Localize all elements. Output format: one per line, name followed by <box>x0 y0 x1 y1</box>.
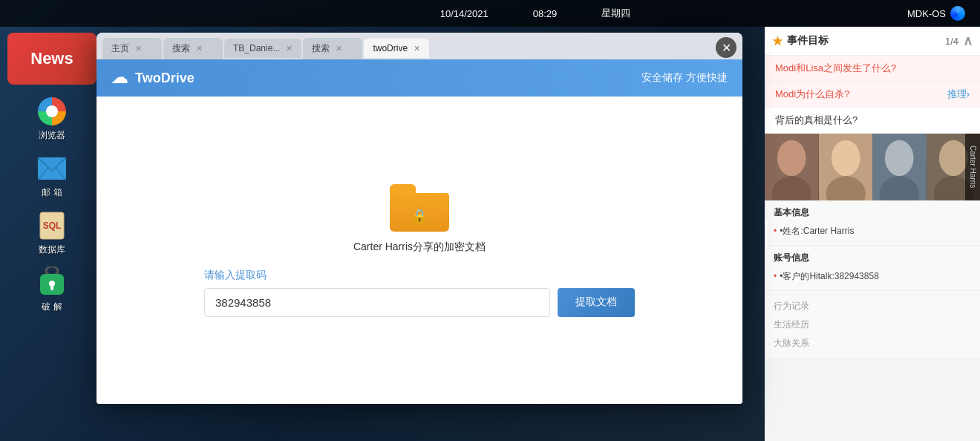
svg-point-19 <box>938 140 967 176</box>
event-count: 1/4 ∧ <box>945 33 973 49</box>
tab-home[interactable]: 主页 ✕ <box>102 38 162 59</box>
folder-container: 🔒 Carter Harris分享的加密文档 <box>353 184 486 254</box>
browser-icon <box>37 97 67 126</box>
tab-search1[interactable]: 搜索 ✕ <box>163 38 223 59</box>
folder-icon: 🔒 <box>390 184 449 232</box>
char-face-1 <box>765 134 819 200</box>
extract-code-input[interactable] <box>204 288 550 317</box>
window-close-button[interactable]: ✕ <box>716 37 736 58</box>
svg-rect-8 <box>50 284 53 290</box>
database-label: 数据库 <box>39 244 65 256</box>
folder-lock-icon: 🔒 <box>411 208 428 224</box>
news-badge[interactable]: News <box>7 33 97 85</box>
event-item-1[interactable]: Modi和Lisa之间发生了什么? <box>765 56 980 82</box>
tab-close-home[interactable]: ✕ <box>135 44 142 53</box>
folder-body: 🔒 <box>390 193 449 232</box>
right-panel: ‹ ★ 事件目标 1/4 ∧ Modi和Lisa之间发生了什么? Modi为什么… <box>765 27 980 441</box>
taskbar-day: 星期四 <box>601 7 630 20</box>
basic-info-name: •姓名:Carter Harris <box>774 223 971 239</box>
sidebar-left: News 浏览器 邮 箱 SQL <box>0 27 104 441</box>
twodrive-header: ☁ TwoDrive 安全储存 方便快捷 <box>97 59 742 97</box>
link-life[interactable]: 生活经历 <box>774 316 971 334</box>
char-label: Carter Harris <box>965 134 980 200</box>
expand-arrow[interactable]: ‹ <box>765 220 768 247</box>
svg-point-13 <box>831 140 860 176</box>
tab-close-twodrive[interactable]: ✕ <box>414 44 420 53</box>
tab-close-search1[interactable]: ✕ <box>196 44 203 53</box>
folder-name: Carter Harris分享的加密文档 <box>353 241 486 254</box>
taskbar: 10/14/2021 08:29 星期四 MDK-OS <box>0 0 980 27</box>
account-hitalk: •客户的Hitalk:382943858 <box>774 269 971 284</box>
sidebar-item-crack[interactable]: 破 解 <box>19 262 85 319</box>
tab-twodrive[interactable]: twoDrive ✕ <box>364 39 429 58</box>
desktop: 10/14/2021 08:29 星期四 MDK-OS News 浏览器 <box>0 0 980 441</box>
sidebar-item-mail[interactable]: 邮 箱 <box>19 148 85 205</box>
star-icon: ★ <box>772 34 783 48</box>
tab-search2[interactable]: 搜索 ✕ <box>303 38 362 59</box>
mail-label: 邮 箱 <box>42 186 62 199</box>
event-item-3[interactable]: 背后的真相是什么? <box>765 108 980 134</box>
mail-icon <box>37 154 67 183</box>
tab-bar: 主页 ✕ 搜索 ✕ TB_Danie... ✕ 搜索 ✕ twoDrive ✕ … <box>97 33 742 59</box>
char-face-2 <box>819 134 873 200</box>
browser-content: 🔒 Carter Harris分享的加密文档 请输入提取码 提取文档 <box>97 97 742 404</box>
reason-btn[interactable]: 推理› <box>947 88 970 101</box>
event-targets-header: ★ 事件目标 1/4 ∧ <box>765 27 980 56</box>
mdk-os-label: MDK-OS <box>907 6 965 21</box>
svg-point-16 <box>885 140 914 176</box>
browser-label: 浏览器 <box>39 129 65 142</box>
taskbar-date: 10/14/2021 <box>440 8 489 19</box>
basic-info-section: 基本信息 •姓名:Carter Harris <box>765 200 980 246</box>
browser-window: 主页 ✕ 搜索 ✕ TB_Danie... ✕ 搜索 ✕ twoDrive ✕ … <box>97 33 742 404</box>
tab-close-tb-danie[interactable]: ✕ <box>286 44 293 53</box>
tab-close-search2[interactable]: ✕ <box>336 44 342 53</box>
tab-tb-danie[interactable]: TB_Danie... ✕ <box>224 39 301 58</box>
extract-form: 请输入提取码 提取文档 <box>204 269 635 317</box>
crack-label: 破 解 <box>42 301 62 313</box>
svg-text:SQL: SQL <box>43 220 62 231</box>
extract-label: 请输入提取码 <box>204 269 635 282</box>
collapse-btn[interactable]: ∧ <box>963 33 973 49</box>
account-info-title: 账号信息 <box>774 252 971 264</box>
extract-input-row: 提取文档 <box>204 288 635 317</box>
svg-point-10 <box>777 140 806 176</box>
cloud-icon: ☁ <box>111 68 128 88</box>
basic-info-title: 基本信息 <box>774 206 971 219</box>
crack-icon <box>37 268 67 298</box>
event-item-2[interactable]: Modi为什么自杀? 推理› <box>765 82 980 108</box>
event-targets-title: ★ 事件目标 <box>772 34 829 48</box>
event-items: Modi和Lisa之间发生了什么? Modi为什么自杀? 推理› 背后的真相是什… <box>765 56 980 134</box>
link-behavior[interactable]: 行为记录 <box>774 297 971 316</box>
twodrive-brand: ☁ TwoDrive <box>111 68 195 88</box>
sidebar-item-browser[interactable]: 浏览器 <box>19 91 85 148</box>
char-face-3 <box>872 134 927 200</box>
twodrive-tagline: 安全储存 方便快捷 <box>641 71 728 85</box>
links-section: 行为记录 生活经历 大脉关系 <box>765 291 980 359</box>
extract-btn[interactable]: 提取文档 <box>558 288 635 317</box>
database-icon: SQL <box>37 211 67 241</box>
taskbar-time: 08:29 <box>533 8 558 19</box>
mdk-os-icon <box>950 6 965 21</box>
char-images-row: Carter Harris <box>765 134 980 200</box>
account-info-section: 账号信息 •客户的Hitalk:382943858 <box>765 246 980 291</box>
link-relations[interactable]: 大脉关系 <box>774 334 971 353</box>
sidebar-item-database[interactable]: SQL 数据库 <box>19 205 85 262</box>
